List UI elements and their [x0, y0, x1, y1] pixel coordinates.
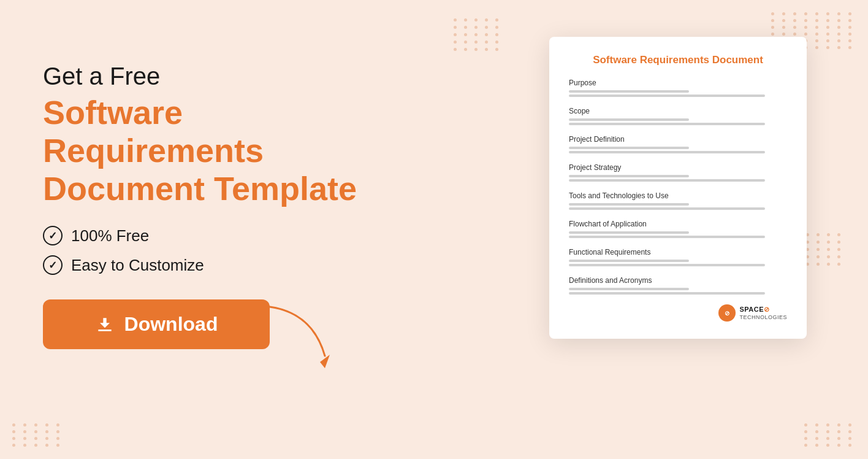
document-title: Software Requirements Document [569, 54, 787, 66]
doc-line-long-4 [569, 179, 765, 182]
curved-arrow [264, 301, 337, 374]
doc-section-project-strategy: Project Strategy [569, 163, 787, 182]
doc-label-functional: Functional Requirements [569, 248, 787, 256]
doc-label-flowchart: Flowchart of Application [569, 220, 787, 228]
download-label: Download [124, 313, 218, 336]
doc-line-long-8 [569, 292, 765, 295]
document-card: Software Requirements Document Purpose S… [549, 37, 807, 339]
doc-label-purpose: Purpose [569, 79, 787, 87]
check-icon-customize [43, 255, 63, 275]
doc-line-short-3 [569, 147, 689, 149]
doc-line-short-7 [569, 260, 689, 262]
intro-text: Get a Free [43, 61, 411, 91]
brand-area: ⊘ SPACE⊘ TECHNOLOGIES [569, 304, 787, 322]
doc-section-flowchart: Flowchart of Application [569, 220, 787, 238]
main-title: Software Requirements Document Template [43, 93, 411, 207]
doc-line-short-1 [569, 90, 689, 93]
brand-sub: TECHNOLOGIES [739, 314, 787, 320]
dots-doc-midright [806, 233, 843, 266]
doc-line-long-5 [569, 207, 765, 210]
doc-label-definitions: Definitions and Acronyms [569, 276, 787, 285]
feature-item-free: 100% Free [43, 226, 411, 245]
brand-logo: ⊘ [718, 304, 736, 322]
doc-section-definitions: Definitions and Acronyms [569, 276, 787, 295]
download-icon [95, 315, 115, 334]
doc-line-long-3 [569, 151, 765, 153]
doc-section-functional: Functional Requirements [569, 248, 787, 266]
doc-label-project-def: Project Definition [569, 135, 787, 144]
check-icon-free [43, 226, 63, 245]
doc-section-project-def: Project Definition [569, 135, 787, 153]
doc-line-short-6 [569, 231, 689, 234]
doc-line-long-7 [569, 264, 765, 266]
doc-line-short-5 [569, 203, 689, 206]
doc-line-short-8 [569, 288, 689, 290]
main-title-line2: Document Template [43, 170, 357, 207]
doc-section-tools: Tools and Technologies to Use [569, 191, 787, 210]
dots-bottom-left [12, 423, 64, 447]
doc-section-scope: Scope [569, 107, 787, 125]
svg-text:⊘: ⊘ [725, 310, 729, 317]
doc-label-tools: Tools and Technologies to Use [569, 191, 787, 200]
left-content: Get a Free Software Requirements Documen… [43, 61, 411, 349]
doc-line-long-1 [569, 94, 765, 97]
doc-line-long-2 [569, 123, 765, 125]
download-button[interactable]: Download [43, 299, 270, 349]
feature-label-customize: Easy to Customize [71, 256, 204, 275]
brand-name-block: SPACE⊘ TECHNOLOGIES [739, 306, 787, 320]
doc-section-purpose: Purpose [569, 79, 787, 97]
doc-label-scope: Scope [569, 107, 787, 115]
dots-doc-area [454, 18, 501, 51]
dots-bottom-right [804, 423, 856, 447]
feature-label-free: 100% Free [71, 226, 149, 245]
main-title-line1: Software Requirements [43, 94, 264, 169]
features-list: 100% Free Easy to Customize [43, 226, 411, 275]
doc-line-short-4 [569, 175, 689, 177]
doc-line-short-2 [569, 118, 689, 121]
brand-name: SPACE⊘ [739, 306, 787, 314]
doc-line-long-6 [569, 236, 765, 238]
doc-label-project-strategy: Project Strategy [569, 163, 787, 172]
feature-item-customize: Easy to Customize [43, 255, 411, 275]
